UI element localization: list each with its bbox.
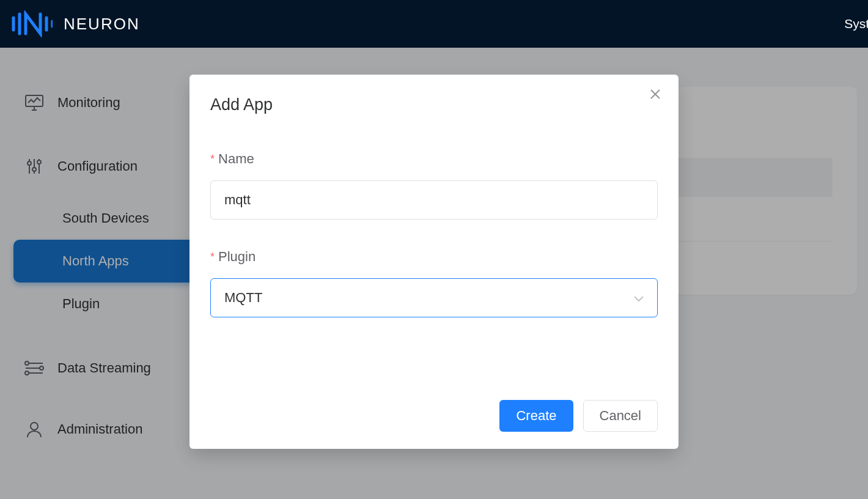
brand-text: NEURON <box>64 15 140 34</box>
form-row-name: * Name <box>210 151 658 220</box>
label-text: Plugin <box>218 249 256 265</box>
modal-overlay[interactable]: Add App * Name * Plugin MQTT <box>0 0 868 499</box>
app-header: NEURON Syst <box>0 0 868 48</box>
dialog-title: Add App <box>210 95 658 114</box>
close-button[interactable] <box>648 88 663 103</box>
plugin-select[interactable]: MQTT <box>210 278 658 317</box>
chevron-down-icon <box>634 290 644 306</box>
brand: NEURON <box>11 10 140 37</box>
field-label-plugin: * Plugin <box>210 249 658 265</box>
name-input[interactable] <box>210 180 658 220</box>
field-label-name: * Name <box>210 151 658 167</box>
form-row-plugin: * Plugin MQTT <box>210 249 658 317</box>
brand-logo-icon <box>11 10 53 37</box>
select-value: MQTT <box>224 290 262 306</box>
label-text: Name <box>218 151 254 167</box>
required-asterisk-icon: * <box>210 153 215 166</box>
cancel-button[interactable]: Cancel <box>583 400 658 432</box>
add-app-dialog: Add App * Name * Plugin MQTT <box>189 75 679 449</box>
header-menu-item[interactable]: Syst <box>844 17 868 31</box>
close-icon <box>650 89 661 103</box>
dialog-actions: Create Cancel <box>210 400 658 432</box>
required-asterisk-icon: * <box>210 251 215 264</box>
create-button[interactable]: Create <box>499 400 573 432</box>
